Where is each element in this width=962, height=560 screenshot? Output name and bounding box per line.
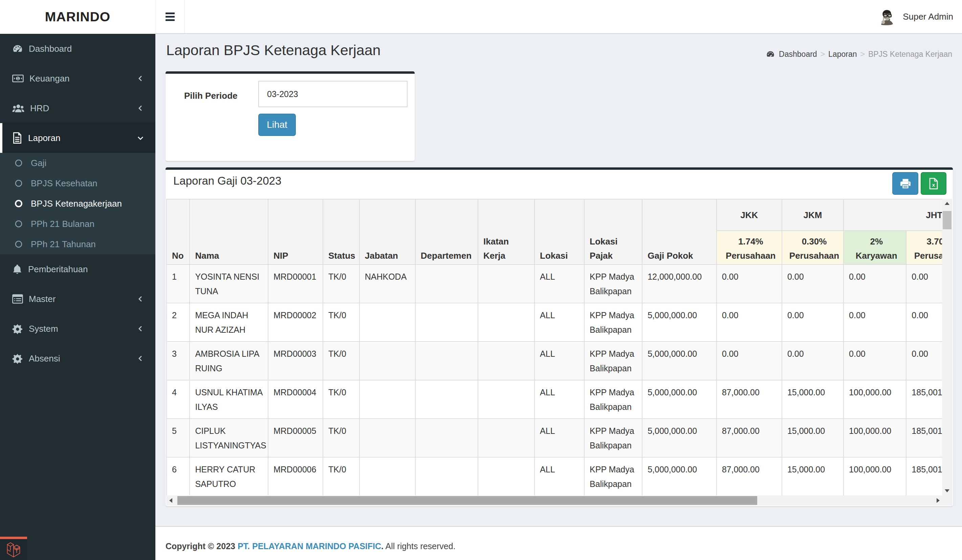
svg-text:x: x bbox=[932, 182, 935, 188]
svg-text:1: 1 bbox=[17, 76, 19, 80]
